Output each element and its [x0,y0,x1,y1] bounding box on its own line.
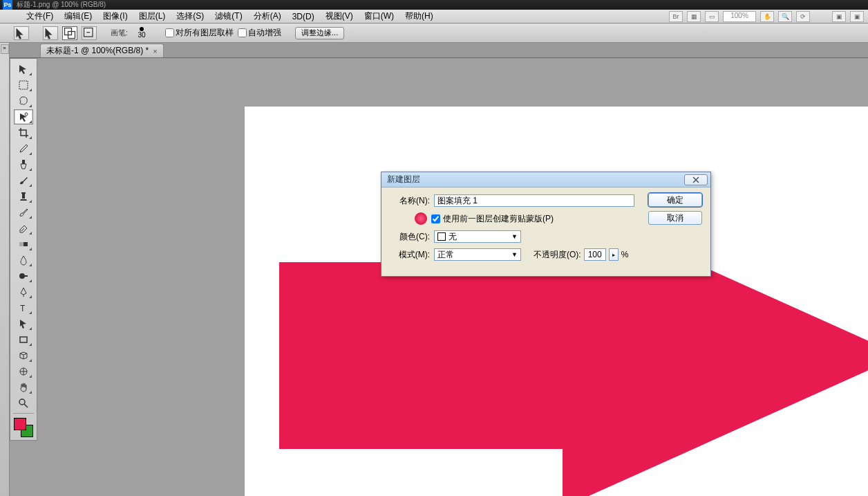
layer-name-input[interactable] [434,194,634,207]
ok-button[interactable]: 确定 [648,193,702,207]
tool-preset-picker[interactable] [14,26,29,40]
svg-rect-8 [19,242,23,246]
svg-point-9 [19,273,25,279]
new-selection-icon[interactable] [43,26,58,40]
color-value: 无 [449,231,457,243]
dialog-title: 新建图层 [387,174,420,185]
blur-tool[interactable] [14,252,33,268]
dodge-tool[interactable] [14,268,33,284]
titlebar-text: 标题-1.png @ 100% (RGB/8) [17,0,106,10]
toolbox: T [10,58,37,441]
svg-line-15 [24,404,28,407]
screen-mode-icon[interactable]: ▭ [705,11,719,22]
document-tab[interactable]: 未标题-1 @ 100%(RGB/8) * × [40,44,164,57]
marquee-tool[interactable] [14,77,33,93]
svg-point-5 [25,113,28,116]
menu-file[interactable]: 文件(F) [21,10,59,22]
menu-analysis[interactable]: 分析(A) [248,10,287,22]
eyedropper-tool[interactable] [14,141,33,156]
type-tool[interactable]: T [14,300,33,315]
caret-down-icon: ▼ [511,233,518,240]
shape-tool[interactable] [14,332,33,347]
opacity-label: 不透明度(O): [534,249,581,261]
history-brush-tool[interactable] [14,205,33,220]
document-tab-bar: 未标题-1 @ 100%(RGB/8) * × [0,43,868,58]
menu-edit[interactable]: 编辑(E) [59,10,97,22]
bridge-icon[interactable]: Br [669,11,683,22]
zoom-tool[interactable] [14,396,33,411]
document-tab-title: 未标题-1 @ 100%(RGB/8) * [46,45,149,57]
sample-all-checkbox-input[interactable] [165,28,174,37]
hand-tool-shortcut-icon[interactable]: ✋ [760,11,774,22]
menu-3d[interactable]: 3D(D) [287,12,320,21]
brush-tool[interactable] [14,173,33,188]
auto-enhance-checkbox-input[interactable] [238,28,247,37]
opacity-input[interactable] [584,248,606,261]
zoom-level-input[interactable]: 100% [723,11,756,22]
menu-filter[interactable]: 滤镜(T) [209,10,247,22]
cancel-button[interactable]: 取消 [648,211,702,225]
foreground-color-swatch[interactable] [14,418,26,430]
clipping-mask-label: 使用前一图层创建剪贴蒙版(P) [443,213,554,225]
name-label: 名称(N): [390,195,430,207]
blend-mode-select[interactable]: 正常 ▼ [434,248,521,261]
menu-window[interactable]: 窗口(W) [359,10,399,22]
svg-rect-12 [20,337,27,342]
layer-color-select[interactable]: 无 ▼ [434,230,521,243]
mode-value: 正常 [437,249,454,261]
menu-help[interactable]: 帮助(H) [399,10,439,22]
svg-rect-4 [19,81,28,89]
opacity-flyout-icon[interactable]: ▸ [609,248,619,261]
dialog-titlebar[interactable]: 新建图层 [381,172,710,187]
menu-bar: 文件(F) 编辑(E) 图像(I) 图层(L) 选择(S) 滤镜(T) 分析(A… [0,10,868,24]
color-swatches[interactable] [14,418,33,437]
clone-stamp-tool[interactable] [14,189,33,204]
3d-camera-tool[interactable] [14,364,33,379]
add-selection-icon[interactable] [62,26,77,40]
sample-all-layers-checkbox[interactable]: 对所有图层取样 [165,27,234,39]
brush-size-value: 30 [138,31,146,39]
svg-rect-10 [24,275,28,277]
new-layer-dialog: 新建图层 确定 取消 名称(N): 使用前一图层创建剪贴蒙版(P) 颜色(C):… [381,172,711,277]
move-tool[interactable] [14,62,33,77]
arrange-icon[interactable]: ▦ [687,11,701,22]
svg-point-14 [19,399,25,405]
menu-select[interactable]: 选择(S) [171,10,209,22]
menu-layer[interactable]: 图层(L) [133,10,171,22]
crop-tool[interactable] [14,125,33,140]
app-titlebar: Ps 标题-1.png @ 100% (RGB/8) [0,0,868,10]
caret-down-icon: ▼ [511,251,518,258]
left-dock-strip: » [0,43,10,496]
hand-tool[interactable] [14,380,33,395]
auto-enhance-checkbox[interactable]: 自动增强 [238,27,281,39]
3d-object-tool[interactable] [14,348,33,363]
ps-logo-icon: Ps [3,0,12,10]
clipping-mask-checkbox-input[interactable] [431,214,440,223]
brush-size-picker[interactable]: 30 [132,27,151,39]
zoom-tool-shortcut-icon[interactable]: 🔍 [778,11,792,22]
color-label: 颜色(C): [390,231,430,243]
color-none-swatch-icon [437,232,446,241]
subtract-selection-icon[interactable] [82,26,97,40]
healing-brush-tool[interactable] [14,157,33,172]
rotate-view-icon[interactable]: ⟳ [796,11,810,22]
gradient-tool[interactable] [14,237,33,252]
path-selection-tool[interactable] [14,316,33,331]
dialog-body: 确定 取消 名称(N): 使用前一图层创建剪贴蒙版(P) 颜色(C): 无 ▼ … [381,187,710,276]
lasso-tool[interactable] [14,93,33,109]
workspace-icon-1[interactable]: ▣ [832,11,846,22]
clipping-mask-checkbox[interactable]: 使用前一图层创建剪贴蒙版(P) [431,213,554,225]
collapse-dock-icon[interactable]: » [1,44,9,54]
close-tab-icon[interactable]: × [153,47,157,55]
workspace-icon-2[interactable]: ▣ [850,11,864,22]
menu-view[interactable]: 视图(V) [320,10,359,22]
workspace[interactable] [37,58,868,496]
highlight-marker-icon [415,212,427,225]
pen-tool[interactable] [14,284,33,300]
quick-selection-tool[interactable] [14,109,33,125]
toolbox-divider [13,413,34,414]
dialog-close-button[interactable] [684,174,708,185]
menu-image[interactable]: 图像(I) [97,10,133,22]
refine-edge-button[interactable]: 调整边缘... [295,27,344,39]
eraser-tool[interactable] [14,221,33,236]
